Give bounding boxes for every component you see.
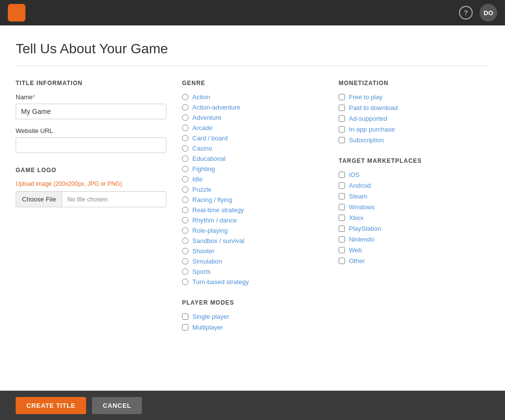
player-mode-item[interactable]: Multiplayer <box>182 324 323 331</box>
name-label: Name* <box>16 93 166 101</box>
player-modes-section-label: PLAYER MODES <box>182 299 323 306</box>
genre-item[interactable]: Sandbox / survival <box>182 237 323 244</box>
url-label: Website URL <box>16 127 166 134</box>
genre-item[interactable]: Sports <box>182 268 323 275</box>
title-info-section-label: TITLE INFORMATION <box>16 80 166 87</box>
player-mode-item[interactable]: Single player <box>182 313 323 320</box>
marketplace-item[interactable]: iOS <box>339 171 489 178</box>
page-container: Tell Us About Your Game TITLE INFORMATIO… <box>0 25 505 420</box>
help-icon[interactable]: ? <box>459 6 473 20</box>
upload-hint: Upload image (200x200px, JPG or PNG) <box>16 180 166 187</box>
monetization-checkbox-group: Free to playPaid to downloadAd-supported… <box>339 93 489 144</box>
col-middle: GENRE ActionAction-adventureAdventureArc… <box>182 80 339 331</box>
genre-item[interactable]: Action <box>182 93 323 101</box>
genre-item[interactable]: Casino <box>182 145 323 152</box>
file-input-wrapper: Choose File No file chosen <box>16 191 166 207</box>
cancel-button[interactable]: CANCEL <box>92 397 142 414</box>
topbar: ? DO <box>0 0 505 25</box>
genre-item[interactable]: Fighting <box>182 165 323 173</box>
genre-item[interactable]: Simulation <box>182 258 323 265</box>
marketplace-item[interactable]: Web <box>339 246 489 254</box>
avatar[interactable]: DO <box>480 4 497 22</box>
marketplace-item[interactable]: Other <box>339 257 489 265</box>
target-marketplaces-checkbox-group: iOSAndroidSteamWindowsXboxPlayStationNin… <box>339 171 489 265</box>
genre-item[interactable]: Racing / flying <box>182 196 323 203</box>
genre-item[interactable]: Turn-based strategy <box>182 278 323 286</box>
game-logo-section-label: GAME LOGO <box>16 167 166 174</box>
player-modes-section: PLAYER MODES Single playerMultiplayer <box>182 299 323 331</box>
genre-item[interactable]: Real-time strategy <box>182 206 323 214</box>
name-row: Name* <box>16 93 166 119</box>
marketplace-item[interactable]: Steam <box>339 193 489 200</box>
genre-item[interactable]: Idle <box>182 176 323 183</box>
choose-file-button[interactable]: Choose File <box>16 192 62 207</box>
marketplace-item[interactable]: Windows <box>339 203 489 211</box>
create-title-button[interactable]: CREATE TITLE <box>16 397 86 414</box>
game-logo-section: GAME LOGO Upload image (200x200px, JPG o… <box>16 167 166 207</box>
url-input[interactable] <box>16 137 166 153</box>
genre-item[interactable]: Action-adventure <box>182 104 323 111</box>
topbar-right: ? DO <box>459 4 497 22</box>
bottom-bar: CREATE TITLE CANCEL <box>0 391 505 420</box>
col-right: MONETIZATION Free to playPaid to downloa… <box>339 80 489 331</box>
target-marketplaces-section-label: TARGET MARKETPLACES <box>339 157 489 164</box>
monetization-item[interactable]: Ad-supported <box>339 115 489 122</box>
monetization-item[interactable]: Paid to download <box>339 104 489 111</box>
required-asterisk: * <box>33 93 35 101</box>
url-row: Website URL <box>16 127 166 153</box>
page-title: Tell Us About Your Game <box>16 41 489 66</box>
marketplace-item[interactable]: PlayStation <box>339 225 489 232</box>
monetization-section-label: MONETIZATION <box>339 80 489 87</box>
app-logo[interactable] <box>8 4 25 22</box>
genre-item[interactable]: Arcade <box>182 124 323 132</box>
monetization-item[interactable]: Free to play <box>339 93 489 101</box>
genre-item[interactable]: Adventure <box>182 114 323 121</box>
monetization-item[interactable]: In-app purchase <box>339 126 489 133</box>
genre-radio-group: ActionAction-adventureAdventureArcadeCar… <box>182 93 323 286</box>
marketplace-item[interactable]: Android <box>339 182 489 189</box>
genre-item[interactable]: Card / board <box>182 134 323 142</box>
genre-section-label: GENRE <box>182 80 323 87</box>
player-modes-checkbox-group: Single playerMultiplayer <box>182 313 323 331</box>
file-name-display: No file chosen <box>62 192 112 207</box>
genre-item[interactable]: Shooter <box>182 247 323 255</box>
name-input[interactable] <box>16 104 166 119</box>
marketplace-item[interactable]: Nintendo <box>339 236 489 243</box>
form-layout: TITLE INFORMATION Name* Website URL GAME… <box>16 80 489 331</box>
genre-item[interactable]: Rhythm / dance <box>182 217 323 224</box>
genre-item[interactable]: Role-playing <box>182 227 323 234</box>
genre-item[interactable]: Puzzle <box>182 186 323 193</box>
marketplace-item[interactable]: Xbox <box>339 214 489 221</box>
genre-item[interactable]: Educational <box>182 155 323 162</box>
col-left: TITLE INFORMATION Name* Website URL GAME… <box>16 80 182 331</box>
monetization-item[interactable]: Subscription <box>339 136 489 144</box>
target-marketplaces-section: TARGET MARKETPLACES iOSAndroidSteamWindo… <box>339 157 489 265</box>
